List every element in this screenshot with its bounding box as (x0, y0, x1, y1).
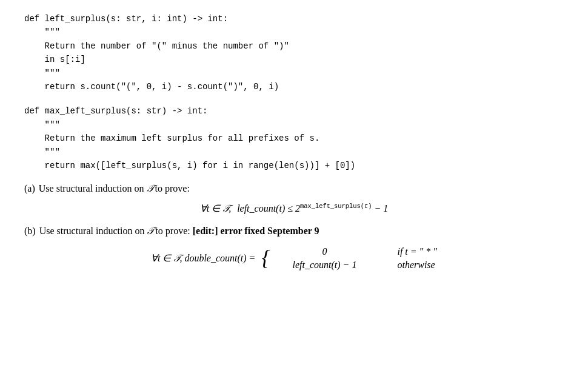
case-row-1: 0 if t = " * " (276, 246, 437, 257)
part-a-text: Use structural induction on 𝒯 to prove: (39, 183, 190, 194)
forall-b-symbol: ∀t ∈ 𝒯, double_count(t) = (151, 252, 258, 264)
code-block-2: def max_left_surplus(s: str) -> int: """… (24, 104, 564, 172)
brace-icon: { (261, 247, 270, 269)
code-line: def left_surplus(s: str, i: int) -> int: (24, 12, 564, 25)
part-b-letter: (b) (24, 226, 36, 237)
left-count-expr: left_count(t) ≤ 2max_left_surplus(t) − 1 (237, 203, 388, 214)
forall-symbol: ∀t ∈ 𝒯, (200, 203, 233, 214)
code-line: """ (24, 25, 564, 39)
part-b-text: Use structural induction on 𝒯 to prove: … (39, 226, 319, 237)
part-b-label: (b) Use structural induction on 𝒯 to pro… (24, 226, 564, 237)
code-line: Return the maximum left surplus for all … (24, 132, 564, 145)
brace-case-system: { 0 if t = " * " left_count(t) − 1 other… (261, 246, 437, 271)
code-line: return s.count("(", 0, i) - s.count(")",… (24, 80, 564, 93)
code-line: def max_left_surplus(s: str) -> int: (24, 104, 564, 118)
part-a-label: (a) Use structural induction on 𝒯 to pro… (24, 183, 564, 194)
code-line: in s[:i] (24, 53, 564, 66)
code-line: """ (24, 146, 564, 159)
case-1-cond: if t = " * " (397, 246, 437, 257)
edit-note: [edit:] error fixed September 9 (193, 226, 319, 236)
part-a-letter: (a) (24, 183, 35, 194)
part-a-math: ∀t ∈ 𝒯, left_count(t) ≤ 2max_left_surplu… (24, 203, 564, 214)
code-line: return max([left_surplus(s, i) for i in … (24, 159, 564, 172)
case-row-2: left_count(t) − 1 otherwise (276, 260, 437, 271)
part-b-math: ∀t ∈ 𝒯, double_count(t) = { 0 if t = " *… (24, 246, 564, 271)
brace-cases: 0 if t = " * " left_count(t) − 1 otherwi… (276, 246, 437, 271)
case-2-expr: left_count(t) − 1 (276, 260, 373, 271)
code-line: """ (24, 118, 564, 132)
case-1-expr: 0 (276, 246, 373, 257)
code-line: """ (24, 67, 564, 80)
case-2-cond: otherwise (397, 260, 435, 271)
code-block-1: def left_surplus(s: str, i: int) -> int:… (24, 12, 564, 93)
code-line: Return the number of "(" minus the numbe… (24, 39, 564, 53)
